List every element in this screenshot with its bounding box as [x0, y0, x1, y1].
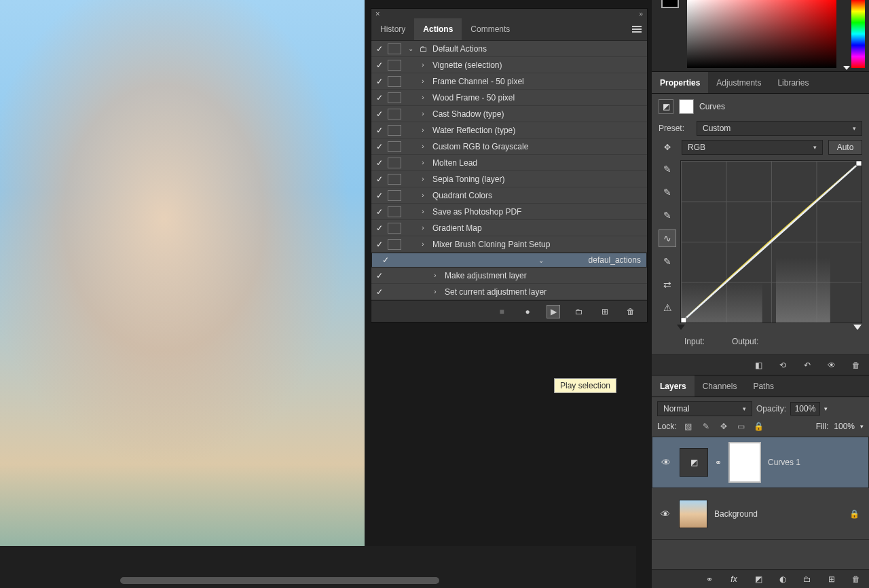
- tab-paths[interactable]: Paths: [745, 375, 782, 397]
- black-point-handle[interactable]: [677, 325, 685, 330]
- dialog-toggle-icon[interactable]: [388, 239, 401, 250]
- actions-row[interactable]: ✓⌄defaul_actions: [371, 253, 647, 268]
- dialog-toggle-icon[interactable]: [388, 158, 401, 168]
- toggle-check-icon[interactable]: ✓: [371, 44, 388, 54]
- chevron-right-icon[interactable]: ›: [416, 159, 430, 166]
- dialog-toggle-icon[interactable]: [388, 60, 401, 71]
- toggle-check-icon[interactable]: ✓: [371, 60, 388, 70]
- chevron-right-icon[interactable]: ›: [416, 224, 430, 232]
- lock-paint-icon[interactable]: ✎: [700, 420, 712, 433]
- chevron-right-icon[interactable]: ›: [428, 288, 442, 295]
- eyedropper-gray-icon[interactable]: ✎: [659, 183, 676, 201]
- new-group-icon[interactable]: 🗀: [801, 573, 813, 585]
- dialog-toggle-icon[interactable]: [388, 76, 401, 87]
- dialog-toggle-icon[interactable]: [388, 223, 401, 234]
- adjustment-layer-icon[interactable]: ◐: [777, 573, 789, 585]
- fill-value[interactable]: 100%: [834, 422, 855, 431]
- layer-name-label[interactable]: Curves 1: [768, 458, 862, 467]
- toggle-visibility-icon[interactable]: 👁: [826, 359, 838, 371]
- chevron-down-icon[interactable]: ▾: [824, 405, 828, 412]
- view-previous-icon[interactable]: ⟲: [777, 359, 789, 371]
- chevron-down-icon[interactable]: ⌄: [404, 45, 418, 52]
- tab-history[interactable]: History: [371, 18, 414, 40]
- toggle-check-icon[interactable]: ✓: [371, 271, 388, 280]
- toggle-check-icon[interactable]: ✓: [371, 126, 388, 135]
- chevron-right-icon[interactable]: ›: [416, 191, 430, 199]
- toggle-check-icon[interactable]: ✓: [371, 223, 388, 233]
- horizontal-scrollbar[interactable]: [120, 577, 439, 584]
- actions-row[interactable]: ✓›Water Reflection (type): [371, 122, 647, 139]
- clip-to-layer-icon[interactable]: ◧: [752, 359, 764, 371]
- actions-panel-titlebar[interactable]: × »: [371, 9, 647, 18]
- actions-row[interactable]: ✓›Set current adjustment layer: [371, 284, 647, 300]
- layer-name-label[interactable]: Background: [714, 509, 843, 519]
- lock-transparency-icon[interactable]: ▧: [682, 420, 695, 433]
- mask-link-icon[interactable]: ⚭: [715, 458, 722, 467]
- toggle-check-icon[interactable]: ✓: [371, 109, 388, 119]
- curve-pencil-tool-icon[interactable]: ✎: [659, 253, 676, 270]
- panel-menu-icon[interactable]: [627, 18, 647, 40]
- color-picker-panel[interactable]: [652, 0, 869, 71]
- toggle-check-icon[interactable]: ✓: [371, 174, 388, 184]
- layer-row[interactable]: 👁◩⚭Curves 1: [652, 437, 869, 488]
- chevron-right-icon[interactable]: ›: [416, 77, 430, 85]
- toggle-check-icon[interactable]: ✓: [371, 158, 388, 168]
- histogram-clip-icon[interactable]: ⚠: [659, 299, 676, 316]
- toggle-check-icon[interactable]: ✓: [371, 77, 388, 86]
- smooth-curve-icon[interactable]: ⇄: [659, 276, 676, 293]
- dialog-toggle-icon[interactable]: [388, 190, 401, 201]
- actions-row[interactable]: ✓›Cast Shadow (type): [371, 106, 647, 122]
- adjustment-thumb-icon[interactable]: ◩: [680, 448, 708, 477]
- actions-row[interactable]: ✓›Vignette (selection): [371, 57, 647, 73]
- actions-row[interactable]: ✓›Sepia Toning (layer): [371, 171, 647, 187]
- stop-button[interactable]: ■: [495, 305, 509, 318]
- lock-all-icon[interactable]: 🔒: [753, 420, 765, 433]
- chevron-down-icon[interactable]: ⌄: [534, 257, 548, 264]
- visibility-icon[interactable]: 👁: [659, 457, 673, 468]
- preset-dropdown[interactable]: Custom ▾: [697, 121, 862, 136]
- visibility-icon[interactable]: 👁: [659, 509, 672, 519]
- actions-row[interactable]: ✓›Quadrant Colors: [371, 187, 647, 204]
- curve-point-tool-icon[interactable]: ∿: [659, 229, 676, 247]
- mask-thumb[interactable]: [728, 442, 761, 483]
- chevron-right-icon[interactable]: ›: [416, 143, 430, 150]
- lock-artboard-icon[interactable]: ▭: [735, 420, 747, 433]
- actions-row[interactable]: ✓›Gradient Map: [371, 220, 647, 236]
- layer-row[interactable]: 👁Background🔒: [652, 488, 869, 540]
- tab-channels[interactable]: Channels: [695, 375, 745, 397]
- actions-row[interactable]: ✓›Make adjustment layer: [371, 268, 647, 284]
- record-button[interactable]: ●: [521, 305, 534, 318]
- tab-properties[interactable]: Properties: [652, 72, 708, 93]
- hue-slider[interactable]: [851, 0, 865, 68]
- dialog-toggle-icon[interactable]: [388, 92, 401, 103]
- eyedropper-black-icon[interactable]: ✎: [659, 160, 676, 178]
- toggle-check-icon[interactable]: ✓: [371, 287, 388, 297]
- actions-row[interactable]: ✓›Molten Lead: [371, 155, 647, 171]
- actions-row[interactable]: ✓›Custom RGB to Grayscale: [371, 139, 647, 155]
- actions-row[interactable]: ✓›Mixer Brush Cloning Paint Setup: [371, 236, 647, 253]
- tab-layers[interactable]: Layers: [652, 375, 695, 397]
- reset-icon[interactable]: ↶: [801, 359, 813, 371]
- dialog-toggle-icon[interactable]: [388, 109, 401, 120]
- chevron-right-icon[interactable]: ›: [416, 240, 430, 248]
- auto-button[interactable]: Auto: [828, 140, 862, 155]
- actions-list[interactable]: ✓⌄🗀Default Actions✓›Vignette (selection)…: [371, 41, 647, 300]
- chevron-down-icon[interactable]: ▾: [860, 423, 864, 430]
- chevron-right-icon[interactable]: ›: [416, 175, 430, 183]
- actions-row[interactable]: ✓›Wood Frame - 50 pixel: [371, 90, 647, 106]
- collapse-icon[interactable]: »: [639, 10, 643, 18]
- delete-action-button[interactable]: 🗑: [624, 305, 637, 318]
- channel-dropdown[interactable]: RGB ▾: [682, 140, 823, 155]
- toggle-check-icon[interactable]: ✓: [371, 240, 388, 249]
- dialog-toggle-icon[interactable]: [388, 43, 401, 54]
- dialog-toggle-icon[interactable]: [388, 174, 401, 185]
- chevron-right-icon[interactable]: ›: [416, 208, 430, 215]
- blend-mode-dropdown[interactable]: Normal ▾: [657, 401, 752, 416]
- document-canvas[interactable]: [0, 0, 365, 546]
- layer-thumb[interactable]: [679, 500, 707, 528]
- tab-actions[interactable]: Actions: [414, 18, 462, 40]
- dialog-toggle-icon[interactable]: [388, 206, 401, 217]
- delete-layer-icon[interactable]: 🗑: [850, 573, 862, 585]
- curves-graph[interactable]: [680, 160, 862, 323]
- chevron-right-icon[interactable]: ›: [416, 61, 430, 69]
